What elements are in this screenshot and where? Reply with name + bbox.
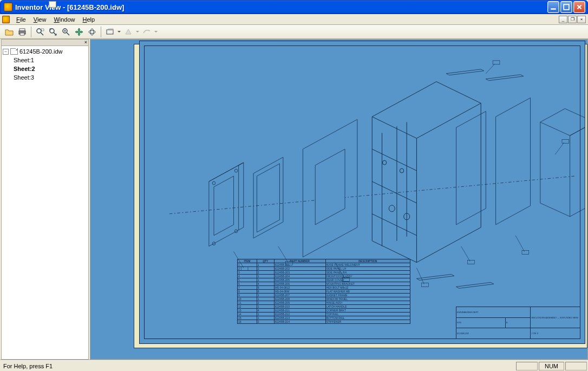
tree-root[interactable]: − 61245B-200.idw [3,47,87,56]
browser-close-button[interactable]: × [2,40,88,46]
parts-row: 9161245B-207GASKET FRAME [238,294,410,297]
status-num-lock: NUM [539,362,564,370]
display-mode-button[interactable] [122,26,134,38]
menu-window[interactable]: Window [50,15,78,24]
svg-point-30 [389,205,395,212]
svg-rect-1 [564,4,569,10]
svg-rect-4 [19,29,25,31]
tb-sheet: 2 OF 3 [531,328,580,339]
svg-rect-47 [562,139,569,143]
svg-point-23 [234,230,237,233]
parts-row: 4161245B-204FRONT DOOR ASSY [238,275,410,278]
parts-header: PART NUMBER [274,259,325,263]
svg-point-32 [382,160,386,165]
parts-row: 10161245B-208WINDOW PANEL [238,297,410,301]
zoom-all-button[interactable] [47,26,59,38]
measure-dropdown[interactable] [154,26,158,38]
parts-row: 16261245B-214STIFFENER [238,320,410,324]
parts-row: 12161245B-210LATCH HANDLE [238,305,410,309]
look-at-button[interactable] [104,26,116,38]
svg-line-29 [372,214,416,236]
zoom-window-button[interactable] [34,26,46,38]
zoom-button[interactable] [60,26,72,38]
menubar: File View Window Help _ ❐ × [0,14,588,25]
close-button[interactable] [573,1,585,13]
rotate-button[interactable] [86,26,98,38]
maximize-button[interactable] [560,1,572,13]
svg-line-13 [67,32,69,35]
svg-point-10 [50,29,54,33]
titlebar: Inventor View - [61245B-200.idw] [0,0,588,14]
model-tree[interactable]: − 61245B-200.idw Sheet:1Sheet:2Sheet:3 [2,46,88,359]
tree-sheet-label: Sheet:2 [14,66,35,72]
open-button[interactable] [3,26,15,38]
mdi-restore-button[interactable]: ❐ [568,16,577,23]
parts-row: 11261245B-209HINGE ASSY [238,301,410,305]
tb-scale: NTS [456,317,506,328]
svg-rect-49 [493,61,500,64]
browser-panel: × − 61245B-200.idw Sheet:1Sheet:2Sheet:3 [1,39,89,360]
look-at-dropdown[interactable] [117,26,121,38]
tb-company: ENGINEERING DEPT [456,307,531,318]
print-button[interactable] [16,26,28,38]
status-panel-1: . [516,362,538,370]
menu-file[interactable]: File [13,15,29,24]
svg-rect-45 [522,251,529,255]
svg-line-11 [54,32,56,35]
parts-row: 78MS-04-0812HEX BOLT M8x12 [238,286,410,290]
menu-view[interactable]: View [30,15,50,24]
parts-row: 1161245B-201BASE FRAME WELDMENT [238,263,410,267]
parts-header: ITEM [238,259,257,263]
parts-row: 14161245B-212TOP RAIL [238,313,410,316]
collapse-icon[interactable]: − [3,49,9,55]
svg-line-8 [41,32,43,35]
svg-line-42 [461,246,470,262]
tree-sheet-label: Sheet:3 [14,74,34,81]
parts-list: ITEMQTYPART NUMBERDESCRIPTION1161245B-20… [237,259,410,335]
svg-rect-6 [20,33,24,35]
display-mode-dropdown[interactable] [135,26,140,38]
parts-row: 15161245B-213BOTTOM RAIL [238,316,410,320]
status-help-text: For Help, press F1 [1,363,515,369]
app-icon [4,3,12,11]
svg-point-33 [400,168,403,173]
minimize-button[interactable] [547,1,559,13]
parts-row: 88MS-04-08WFLAT WASHER M8 [238,290,410,294]
mdi-minimize-button[interactable]: _ [559,16,567,23]
mdi-document-icon [2,16,10,23]
svg-rect-9 [41,29,44,31]
svg-point-16 [89,30,95,34]
menu-help[interactable]: Help [80,15,99,24]
parts-row: 6461245B-206MOUNTING BRACKET [238,282,410,286]
tree-sheet-label: Sheet:1 [14,57,34,63]
tb-title: ENCLOSURE ASSEMBLY — EXPLODED VIEW [531,307,580,328]
graphics-canvas[interactable]: ITEMQTYPART NUMBERDESCRIPTION1161245B-20… [90,39,588,360]
window-controls [547,1,587,13]
svg-point-7 [37,29,41,33]
main-area: × − 61245B-200.idw Sheet:1Sheet:2Sheet:3 [0,39,588,360]
svg-point-21 [234,169,237,172]
mdi-window-controls: _ ❐ × [559,16,588,23]
measure-button[interactable] [141,26,153,38]
svg-line-27 [372,149,416,171]
parts-row: 2261245B-202SIDE PANEL LH [238,267,410,271]
svg-rect-41 [422,283,429,287]
svg-line-48 [486,64,494,74]
svg-line-46 [555,142,564,154]
parts-header: QTY [257,259,274,263]
parts-row: 13461245B-211CORNER BRKT [238,309,410,313]
status-panel-3: . [565,362,587,370]
parts-header: DESCRIPTION [325,259,410,263]
mdi-close-button[interactable]: × [577,16,586,23]
document-name: [61245B-200.idw] [67,3,125,11]
parts-row: 5161245B-205REAR COVER [238,278,410,282]
tree-sheet-item[interactable]: Sheet:2 [3,64,87,73]
title-block: ENGINEERING DEPT ENCLOSURE ASSEMBLY — EX… [456,307,580,339]
tree-sheet-item[interactable]: Sheet:1 [3,56,87,64]
tree-sheet-item[interactable]: Sheet:3 [3,73,87,82]
tb-rev: B [505,317,531,328]
statusbar: For Help, press F1 . NUM . [0,360,588,371]
window-title: Inventor View - [61245B-200.idw] [15,3,124,11]
document-icon [10,48,18,55]
pan-button[interactable] [73,26,85,38]
